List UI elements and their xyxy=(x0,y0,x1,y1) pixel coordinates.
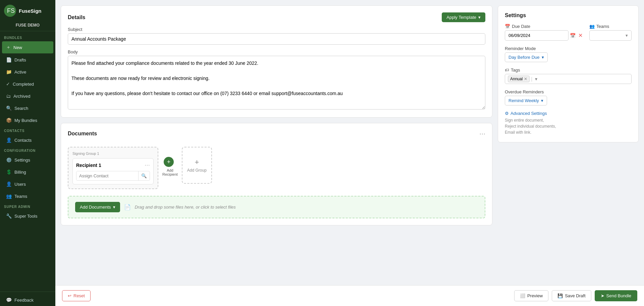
assign-contact-row: 🔍 xyxy=(76,171,150,181)
tag-icon: 🏷 xyxy=(505,68,509,73)
sidebar-item-feedback[interactable]: 💬 Feedback xyxy=(2,294,53,306)
super-tools-icon: 🔧 xyxy=(6,213,12,219)
preview-icon: ⬜ xyxy=(520,293,525,298)
recipient-more-icon[interactable]: ⋯ xyxy=(145,162,150,168)
preview-label: Preview xyxy=(527,293,543,298)
bundles-section-label: BUNDLES xyxy=(0,33,55,41)
save-draft-icon: 💾 xyxy=(557,293,563,298)
overdue-reminders-dropdown[interactable]: Remind Weekly ▾ xyxy=(505,96,547,105)
calendar-small-icon: 📅 xyxy=(570,33,576,38)
active-icon: 📁 xyxy=(6,69,12,75)
advanced-settings-label: Advanced Settings xyxy=(511,111,547,116)
details-card: Details Apply Template ▾ Subject Body Pl… xyxy=(61,5,492,118)
sidebar-item-super-tools-label: Super Tools xyxy=(14,214,37,219)
add-documents-button[interactable]: Add Documents ▾ xyxy=(75,202,120,212)
reminder-mode-dropdown[interactable]: Day Before Due ▾ xyxy=(505,52,548,62)
advanced-settings-field: ⚙ Advanced Settings Sign entire document… xyxy=(505,111,632,135)
sidebar-item-users[interactable]: 👤 Users xyxy=(2,178,53,190)
sidebar-item-drafts[interactable]: 📄 Drafts xyxy=(2,54,53,65)
action-right: ⬜ Preview 💾 Save Draft ➤ Send Bundle xyxy=(514,290,637,301)
fusesign-logo-icon: FS xyxy=(4,5,16,17)
logo: FS FuseSign xyxy=(0,0,55,21)
tag-annual-remove-button[interactable]: ✕ xyxy=(524,77,527,81)
completed-icon: ✓ xyxy=(6,81,10,87)
reset-button[interactable]: ↩ Reset xyxy=(62,290,91,301)
body-label: Body xyxy=(68,49,485,54)
action-bar: ↩ Reset ⬜ Preview 💾 Save Draft ➤ Send Bu… xyxy=(55,285,644,306)
signing-area: Signing Group 1 Recipient 1 ⋯ 🔍 xyxy=(68,143,485,194)
sidebar-item-settings[interactable]: ⚙️ Settings xyxy=(2,154,53,166)
settings-icon: ⚙️ xyxy=(6,157,12,163)
sidebar: FS FuseSign FUSE DEMO BUNDLES ＋ New 📄 Dr… xyxy=(0,0,55,306)
super-admin-section-label: SUPER ADMIN xyxy=(0,202,55,210)
sidebar-item-search[interactable]: 🔍 Search xyxy=(2,102,53,114)
advanced-settings-description: Sign entire document, Reject individual … xyxy=(505,117,632,135)
settings-grid: 📅 Due Date 📅 ✕ 👥 Teams xyxy=(505,24,632,41)
subject-label: Subject xyxy=(68,27,485,32)
sidebar-item-contacts-label: Contacts xyxy=(14,138,32,143)
sidebar-item-billing-label: Billing xyxy=(14,170,26,175)
due-date-input[interactable] xyxy=(505,30,569,41)
sidebar-item-contacts[interactable]: 👤 Contacts xyxy=(2,134,53,146)
tags-divider: | xyxy=(531,76,532,82)
sidebar-item-my-bundles-label: My Bundles xyxy=(14,118,37,123)
documents-header: Documents ⋯ xyxy=(68,130,485,137)
preview-button[interactable]: ⬜ Preview xyxy=(514,290,548,301)
sidebar-item-active-label: Active xyxy=(14,70,26,75)
drop-zone[interactable]: Add Documents ▾ 📄 Drag and drop some fil… xyxy=(68,196,485,218)
advanced-settings-link[interactable]: ⚙ Advanced Settings xyxy=(505,111,632,116)
sidebar-item-my-bundles[interactable]: 📦 My Bundles xyxy=(2,115,53,126)
send-bundle-label: Send Bundle xyxy=(606,293,631,298)
details-header: Details Apply Template ▾ xyxy=(68,12,485,22)
subject-input[interactable] xyxy=(68,33,485,45)
reset-icon: ↩ xyxy=(68,293,71,298)
org-name: FUSE DEMO xyxy=(0,21,55,31)
send-icon: ➤ xyxy=(601,293,604,298)
main-content: Details Apply Template ▾ Subject Body Pl… xyxy=(55,0,644,306)
tags-row: Annual ✕ | ▾ xyxy=(505,74,632,84)
left-panel: Details Apply Template ▾ Subject Body Pl… xyxy=(61,5,492,280)
documents-title: Documents xyxy=(68,131,97,137)
teams-icon: 👥 xyxy=(589,24,595,29)
reminder-mode-value: Day Before Due xyxy=(508,55,540,60)
tag-annual: Annual ✕ xyxy=(508,76,530,82)
recipient-title: Recipient 1 xyxy=(76,163,101,168)
add-documents-chevron-icon: ▾ xyxy=(113,205,115,210)
details-title: Details xyxy=(68,14,85,20)
sidebar-item-archived[interactable]: 🗂 Archived xyxy=(2,90,53,102)
sidebar-item-completed[interactable]: ✓ Completed xyxy=(2,78,53,90)
tags-field: 🏷 Tags Annual ✕ | ▾ xyxy=(505,68,632,84)
assign-contact-input[interactable] xyxy=(76,171,138,180)
save-draft-button[interactable]: 💾 Save Draft xyxy=(552,290,591,301)
right-panel: Settings 📅 Due Date 📅 ✕ xyxy=(498,5,639,280)
send-bundle-button[interactable]: ➤ Send Bundle xyxy=(595,290,637,301)
sidebar-item-super-tools[interactable]: 🔧 Super Tools xyxy=(2,210,53,222)
sidebar-item-billing[interactable]: 💲 Billing xyxy=(2,166,53,178)
date-input-row: 📅 ✕ xyxy=(505,30,584,41)
users-icon: 👤 xyxy=(6,181,12,187)
search-icon: 🔍 xyxy=(6,105,12,111)
teams-select[interactable]: ▾ xyxy=(589,30,632,41)
save-draft-label: Save Draft xyxy=(565,293,585,298)
tags-chevron-icon[interactable]: ▾ xyxy=(535,76,537,82)
sidebar-item-drafts-label: Drafts xyxy=(14,57,26,62)
add-recipient-button[interactable]: + xyxy=(164,157,174,167)
documents-more-icon[interactable]: ⋯ xyxy=(479,130,485,137)
file-icon: 📄 xyxy=(124,204,131,210)
due-date-field: 📅 Due Date 📅 ✕ xyxy=(505,24,584,41)
sidebar-item-new[interactable]: ＋ New xyxy=(2,41,53,53)
sidebar-item-active[interactable]: 📁 Active xyxy=(2,66,53,78)
apply-template-button[interactable]: Apply Template ▾ xyxy=(442,12,485,22)
clear-date-button[interactable]: ✕ xyxy=(577,32,584,39)
config-section-label: CONFIGURATION xyxy=(0,146,55,154)
settings-title: Settings xyxy=(505,12,632,18)
drafts-icon: 📄 xyxy=(6,57,12,62)
svg-text:FS: FS xyxy=(7,7,15,14)
add-documents-label: Add Documents xyxy=(80,205,111,210)
teams-label: 👥 Teams xyxy=(589,24,632,29)
body-textarea[interactable]: Please find attached your compliance doc… xyxy=(68,56,485,110)
add-group-box[interactable]: + Add Group xyxy=(182,147,212,184)
assign-contact-search-button[interactable]: 🔍 xyxy=(138,171,150,180)
sidebar-item-teams[interactable]: 👥 Teams xyxy=(2,190,53,202)
billing-icon: 💲 xyxy=(6,169,12,175)
